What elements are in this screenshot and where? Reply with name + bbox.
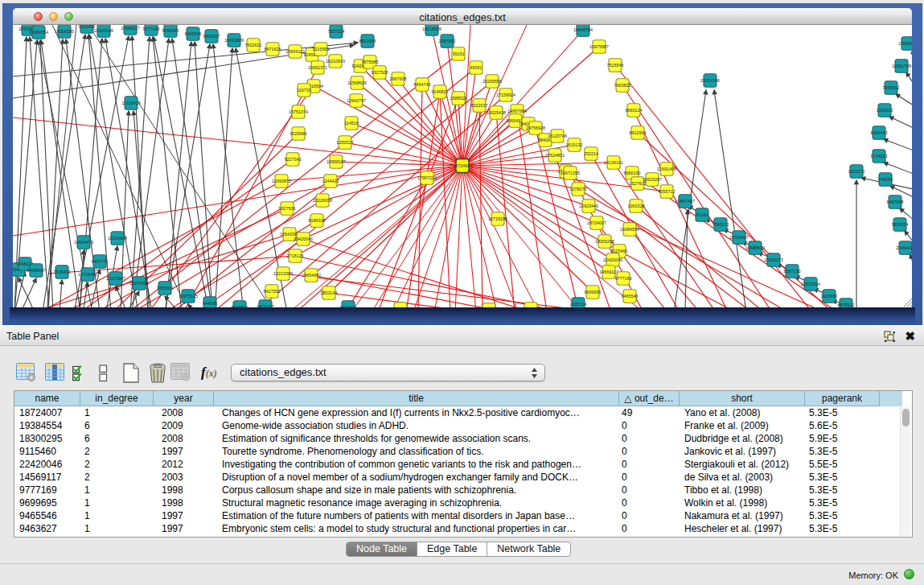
svg-text:18724007: 18724007: [453, 163, 472, 168]
svg-text:9660124: 9660124: [626, 108, 643, 113]
svg-text:1063328: 1063328: [628, 204, 645, 208]
svg-text:16648784: 16648784: [573, 27, 593, 32]
svg-text:1615132: 1615132: [566, 142, 583, 147]
svg-text:8471626: 8471626: [265, 47, 281, 51]
svg-text:22420046: 22420046: [603, 257, 622, 262]
svg-text:9465546: 9465546: [622, 294, 639, 299]
svg-text:1250515: 1250515: [337, 140, 354, 145]
svg-text:15300273: 15300273: [764, 257, 783, 262]
svg-text:26053346: 26053346: [700, 78, 720, 83]
svg-text:14136141: 14136141: [604, 160, 623, 165]
svg-text:116733: 116733: [297, 88, 311, 93]
svg-text:114519: 114519: [344, 121, 359, 126]
svg-text:39151: 39151: [453, 51, 465, 56]
svg-text:252214: 252214: [584, 151, 598, 156]
svg-text:10633287: 10633287: [643, 177, 662, 182]
svg-text:14957684: 14957684: [507, 109, 527, 113]
svg-text:9146821: 9146821: [432, 89, 449, 94]
svg-text:16033809: 16033809: [224, 38, 244, 43]
svg-text:9777169: 9777169: [143, 27, 160, 31]
svg-text:1916682: 1916682: [821, 294, 838, 299]
svg-text:7485003: 7485003: [157, 286, 174, 290]
svg-text:8427552: 8427552: [264, 289, 281, 294]
svg-text:8186328: 8186328: [309, 218, 326, 223]
svg-text:2967608: 2967608: [390, 76, 407, 81]
svg-text:17159924: 17159924: [496, 93, 515, 97]
svg-text:6879197: 6879197: [257, 304, 274, 307]
svg-text:18300295: 18300295: [55, 29, 74, 34]
svg-text:6966160: 6966160: [624, 171, 641, 175]
svg-text:746266: 746266: [878, 177, 893, 182]
svg-text:10807487: 10807487: [676, 199, 695, 204]
svg-text:9474444: 9474444: [340, 305, 357, 307]
svg-text:22420046: 22420046: [94, 28, 113, 33]
svg-text:11325419: 11325419: [121, 101, 141, 105]
svg-text:1362615: 1362615: [877, 108, 893, 113]
svg-text:19756928: 19756928: [526, 126, 545, 130]
svg-text:9463627: 9463627: [392, 307, 409, 307]
svg-text:8322037: 8322037: [471, 103, 488, 108]
svg-text:9465546: 9465546: [185, 31, 202, 36]
svg-text:10025438: 10025438: [487, 110, 506, 115]
svg-text:2935114: 2935114: [570, 302, 587, 307]
svg-text:3824554: 3824554: [892, 222, 909, 227]
svg-text:9227343: 9227343: [285, 157, 302, 162]
svg-text:14914479: 14914479: [74, 240, 93, 245]
svg-text:8454749: 8454749: [414, 82, 431, 87]
svg-text:7357224: 7357224: [523, 307, 540, 307]
svg-text:16154808: 16154808: [108, 236, 127, 241]
svg-text:9327506: 9327506: [279, 206, 296, 211]
svg-text:45061: 45061: [470, 65, 483, 70]
svg-text:10719155: 10719155: [488, 216, 507, 221]
svg-text:14569117: 14569117: [599, 270, 618, 274]
svg-text:20364436: 20364436: [896, 245, 912, 250]
svg-text:16961758: 16961758: [892, 64, 911, 68]
svg-text:19654982: 19654982: [302, 273, 321, 278]
svg-text:1078275: 1078275: [570, 187, 587, 192]
svg-text:7515546: 7515546: [607, 63, 624, 68]
svg-text:19384554: 19384554: [620, 227, 639, 232]
svg-text:23420046: 23420046: [294, 237, 313, 241]
svg-text:12942797: 12942797: [347, 98, 366, 103]
svg-text:3215955: 3215955: [313, 47, 330, 51]
svg-text:644095: 644095: [203, 301, 217, 306]
svg-text:14569117: 14569117: [121, 26, 140, 31]
svg-text:2718126: 2718126: [287, 253, 304, 258]
svg-text:12923446: 12923446: [579, 204, 598, 208]
svg-text:9699695: 9699695: [162, 28, 179, 33]
svg-text:7663822: 7663822: [614, 83, 631, 88]
svg-text:16120746: 16120746: [548, 134, 567, 138]
svg-text:17957223: 17957223: [417, 175, 437, 180]
svg-text:16210643: 16210643: [326, 59, 345, 64]
svg-text:12213967: 12213967: [106, 276, 125, 281]
svg-text:6497568: 6497568: [887, 200, 904, 204]
svg-text:2087682: 2087682: [439, 39, 456, 43]
svg-text:12975125: 12975125: [179, 294, 198, 299]
svg-text:19384554: 19384554: [29, 30, 48, 35]
svg-text:10973493: 10973493: [129, 281, 149, 286]
svg-text:13533594: 13533594: [801, 282, 820, 286]
svg-text:7955812: 7955812: [883, 85, 900, 90]
svg-text:12093872: 12093872: [272, 179, 291, 183]
svg-text:20206556: 20206556: [483, 79, 502, 84]
svg-text:10654112: 10654112: [285, 49, 305, 54]
svg-text:2803144: 2803144: [321, 290, 338, 295]
svg-text:5938923: 5938923: [232, 305, 248, 307]
svg-text:1421072: 1421072: [848, 169, 865, 174]
svg-text:9463627: 9463627: [203, 34, 220, 39]
svg-text:9777169: 9777169: [615, 276, 632, 281]
svg-text:10671355: 10671355: [561, 171, 580, 175]
svg-text:1588520: 1588520: [450, 96, 467, 101]
svg-text:21691406: 21691406: [657, 167, 676, 171]
svg-text:10958187: 10958187: [326, 159, 346, 164]
svg-text:15751074: 15751074: [289, 109, 308, 114]
svg-text:7357224: 7357224: [328, 29, 345, 34]
svg-text:3875685: 3875685: [362, 60, 379, 64]
svg-text:7386372: 7386372: [713, 222, 729, 227]
svg-text:9115460: 9115460: [79, 25, 96, 29]
svg-text:9734023: 9734023: [871, 154, 888, 159]
svg-text:8912954: 8912954: [630, 130, 647, 135]
svg-text:9327508: 9327508: [372, 70, 388, 75]
svg-text:7632621: 7632621: [245, 43, 262, 47]
svg-text:19218506: 19218506: [422, 27, 441, 31]
